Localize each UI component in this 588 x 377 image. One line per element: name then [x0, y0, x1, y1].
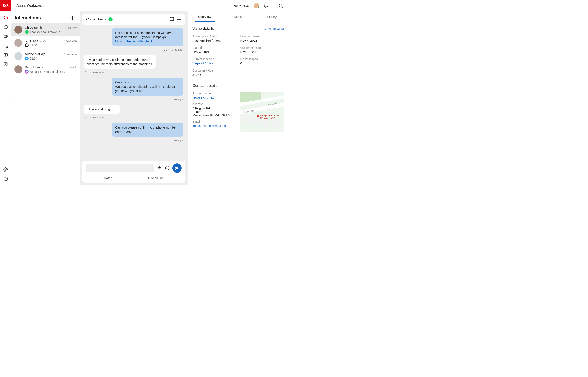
machine-link[interactable]: Virgo 22 10 RX: [192, 61, 236, 65]
interaction-item[interactable]: Sam JohnsonLast weekNot sure if you are …: [11, 63, 80, 76]
interactions-panel: Interactions Chloe Smithjust nowThanks, …: [11, 11, 80, 185]
timestamp: 2 days ago: [63, 53, 77, 56]
preview-text: 01:34: [30, 57, 37, 60]
message-link[interactable]: https:coffee-world/buyback: [115, 40, 153, 43]
map-pin: 9 Regina Rd, Boston, MA 02124, USA: [257, 115, 280, 119]
contact-name: (704) 555-0127: [25, 39, 46, 43]
chat-message-out: Okay, sure.We could also schedule a call…: [112, 78, 183, 95]
avatar: [14, 26, 22, 34]
left-rail: 8x8: [0, 0, 11, 185]
transfer-icon[interactable]: [177, 17, 181, 22]
interaction-item[interactable]: (704) 555-01272 days ago01:34: [11, 36, 80, 50]
chat-panel: Chloe Smith Here is a list of all the ma…: [80, 11, 188, 185]
emoji-icon[interactable]: [165, 166, 170, 170]
message-timestamp: 31 minutes ago: [164, 98, 183, 101]
chat-contact-name: Chloe Smith: [86, 17, 106, 22]
chat-header: Chloe Smith: [82, 14, 185, 25]
notes-tab[interactable]: Notes: [104, 176, 112, 180]
chat-messages: Here is a list of all the machines we ha…: [82, 25, 185, 161]
svg-point-4: [5, 63, 6, 64]
message-timestamp: 31 minutes ago: [164, 48, 183, 51]
top-bar: Agent Workspace Busy 01:37: [11, 0, 288, 11]
page-title: Agent Workspace: [16, 4, 230, 8]
collapse-handle[interactable]: ‹: [10, 96, 11, 100]
chat-message-in: I was hoping you could help me understan…: [84, 55, 156, 69]
contact-name: Chloe Smith: [25, 26, 42, 29]
message-input[interactable]: [86, 164, 154, 172]
avatar: [14, 52, 22, 60]
timestamp: just now: [67, 26, 77, 29]
phone-link[interactable]: (800) 373-3411: [192, 96, 236, 99]
agent-status[interactable]: Busy 01:37: [234, 4, 250, 7]
avatar: [14, 65, 22, 73]
contacts-icon[interactable]: [3, 62, 8, 67]
email-link[interactable]: chloe.smith@gmail.com: [192, 124, 236, 128]
interactions-title: Interactions: [15, 15, 41, 21]
value-details-title: Value details: [192, 26, 214, 31]
brand-logo: 8x8: [0, 0, 11, 11]
video-icon[interactable]: [3, 34, 8, 39]
presence-dot: [257, 7, 260, 9]
chat-message-out: Here is a list of all the machines we ha…: [112, 28, 183, 46]
add-interaction-button[interactable]: [69, 15, 75, 21]
chat-message-out: Can you please confirm your phone number…: [112, 123, 183, 137]
chat-message-in: Now would be great.: [84, 105, 120, 114]
svg-marker-2: [5, 54, 6, 56]
svg-rect-0: [4, 35, 6, 38]
preview-text: Not sure if you are talking...: [30, 70, 66, 73]
avatar: [14, 39, 22, 47]
contact-name: Sam Johnson: [25, 65, 44, 69]
bell-icon[interactable]: [264, 3, 268, 8]
disposition-tab[interactable]: Disposition: [148, 176, 164, 180]
whatsapp-icon: [108, 17, 113, 22]
preview-text: Thanks, shall I move to...: [30, 30, 63, 34]
search-icon[interactable]: [278, 3, 284, 8]
timestamp: Last week: [64, 66, 77, 69]
message-timestamp: 31 minutes ago: [85, 71, 104, 74]
map-thumbnail[interactable]: Regina Rd Regina Rd 9 Regina Rd, Boston,…: [240, 92, 284, 132]
tab-social[interactable]: Social: [221, 11, 255, 22]
contact-details-title: Contact details: [192, 83, 218, 88]
settings-icon[interactable]: [3, 167, 8, 172]
help-icon[interactable]: [3, 176, 8, 181]
headset-icon[interactable]: [3, 16, 8, 20]
svg-point-8: [279, 4, 282, 7]
attachment-icon[interactable]: [157, 166, 162, 170]
tab-history[interactable]: History: [255, 11, 288, 22]
book-icon[interactable]: [170, 17, 174, 22]
svg-line-9: [282, 7, 283, 8]
message-timestamp: 31 minutes ago: [85, 116, 104, 119]
interaction-item[interactable]: Chloe Smithjust nowThanks, shall I move …: [11, 23, 80, 36]
preview-text: 01:34: [30, 44, 37, 47]
phone-icon[interactable]: [3, 43, 8, 48]
svg-point-12: [165, 166, 169, 170]
contact-name: Arlene McCoy: [25, 52, 45, 56]
interaction-item[interactable]: Arlene McCoy2 days ago01:34: [11, 50, 80, 63]
send-button[interactable]: [173, 164, 182, 173]
timestamp: 2 days ago: [63, 39, 77, 43]
chat-icon[interactable]: [3, 25, 8, 29]
agent-avatar[interactable]: [254, 3, 259, 8]
details-panel: Overview Social History Value details Vi…: [188, 11, 288, 185]
voicemail-icon[interactable]: [3, 53, 8, 57]
tab-overview[interactable]: Overview: [188, 11, 221, 22]
composer: Notes Disposition: [82, 161, 185, 183]
view-crm-link[interactable]: View on CRM: [265, 27, 284, 31]
svg-point-5: [5, 169, 6, 170]
address-value: 9 Regina Rd Boston Massachusetts(MA), 02…: [192, 106, 236, 117]
separator: [273, 3, 273, 8]
message-timestamp: 31 minutes ago: [164, 139, 183, 142]
